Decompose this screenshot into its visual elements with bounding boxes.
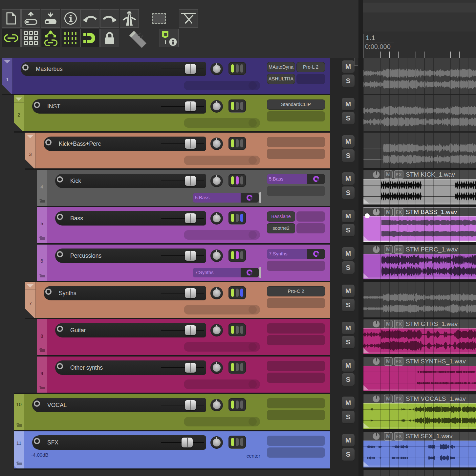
svg-text:m: m <box>164 32 167 37</box>
